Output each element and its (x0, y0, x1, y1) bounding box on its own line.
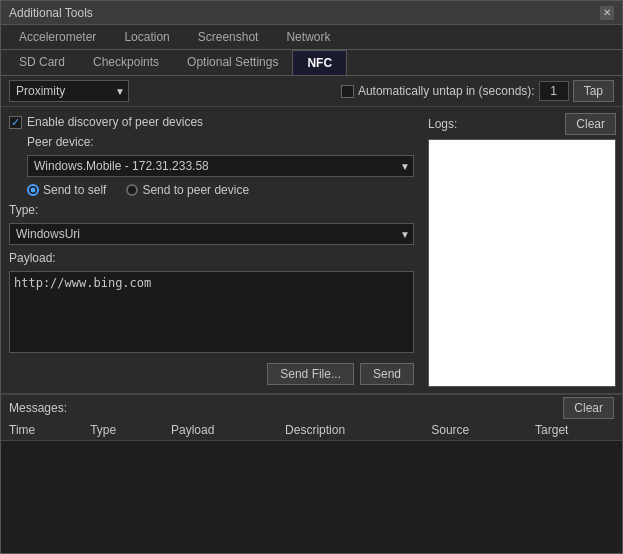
peer-device-select[interactable]: Windows.Mobile - 172.31.233.58 (27, 155, 414, 177)
window-title: Additional Tools (9, 6, 93, 20)
send-buttons: Send File... Send (9, 363, 414, 385)
enable-discovery-row: ✓ Enable discovery of peer devices (9, 115, 414, 129)
bottom-section: Messages: Clear Time Type Payload Descri… (1, 393, 622, 553)
auto-untap-checkbox[interactable] (341, 85, 354, 98)
send-to-self-radio-icon (27, 184, 39, 196)
title-bar: Additional Tools ✕ (1, 1, 622, 25)
type-select-wrapper: WindowsUri ▼ (9, 223, 414, 245)
enable-discovery-label: Enable discovery of peer devices (27, 115, 203, 129)
table-header-row: Time Type Payload Description Source Tar… (1, 420, 622, 441)
main-split: ✓ Enable discovery of peer devices Peer … (1, 107, 622, 393)
right-panel: Logs: Clear (422, 107, 622, 393)
logs-label: Logs: (428, 117, 457, 131)
payload-label: Payload: (9, 251, 414, 265)
send-file-button[interactable]: Send File... (267, 363, 354, 385)
left-panel: ✓ Enable discovery of peer devices Peer … (1, 107, 422, 393)
tab-location[interactable]: Location (110, 25, 183, 49)
col-type: Type (82, 420, 163, 441)
peer-device-label: Peer device: (27, 135, 414, 149)
messages-table-area: Time Type Payload Description Source Tar… (1, 420, 622, 553)
messages-clear-button[interactable]: Clear (563, 397, 614, 419)
proximity-select[interactable]: Proximity (9, 80, 129, 102)
nfc-toolbar: Proximity ▼ Automatically untap in (seco… (1, 76, 622, 107)
col-source: Source (423, 420, 527, 441)
send-button[interactable]: Send (360, 363, 414, 385)
payload-textarea[interactable]: http://www.bing.com (9, 271, 414, 353)
logs-header: Logs: Clear (428, 113, 616, 135)
type-label: Type: (9, 203, 414, 217)
messages-table: Time Type Payload Description Source Tar… (1, 420, 622, 441)
tabs-row-1: Accelerometer Location Screenshot Networ… (1, 25, 622, 50)
col-payload: Payload (163, 420, 277, 441)
messages-bar: Messages: Clear (1, 394, 622, 420)
radio-group: Send to self Send to peer device (27, 183, 414, 197)
type-select[interactable]: WindowsUri (9, 223, 414, 245)
logs-box (428, 139, 616, 387)
tab-sdcard[interactable]: SD Card (5, 50, 79, 75)
proximity-select-wrapper: Proximity ▼ (9, 80, 129, 102)
auto-untap-group: Automatically untap in (seconds): Tap (341, 80, 614, 102)
col-description: Description (277, 420, 423, 441)
col-time: Time (1, 420, 82, 441)
send-to-self-radio[interactable]: Send to self (27, 183, 106, 197)
device-select-wrapper: Windows.Mobile - 172.31.233.58 ▼ (27, 155, 414, 177)
auto-untap-label: Automatically untap in (seconds): (358, 84, 535, 98)
close-button[interactable]: ✕ (600, 6, 614, 20)
tab-optional-settings[interactable]: Optional Settings (173, 50, 292, 75)
tab-nfc[interactable]: NFC (292, 50, 347, 75)
seconds-input[interactable] (539, 81, 569, 101)
main-window: Additional Tools ✕ Accelerometer Locatio… (0, 0, 623, 554)
tab-network[interactable]: Network (272, 25, 344, 49)
col-target: Target (527, 420, 622, 441)
tab-checkpoints[interactable]: Checkpoints (79, 50, 173, 75)
enable-discovery-checkbox[interactable]: ✓ (9, 116, 22, 129)
messages-label: Messages: (9, 401, 67, 415)
tab-accelerometer[interactable]: Accelerometer (5, 25, 110, 49)
tab-screenshot[interactable]: Screenshot (184, 25, 273, 49)
send-to-peer-radio-icon (126, 184, 138, 196)
send-to-peer-label: Send to peer device (142, 183, 249, 197)
send-to-self-label: Send to self (43, 183, 106, 197)
send-to-peer-radio[interactable]: Send to peer device (126, 183, 249, 197)
logs-clear-button[interactable]: Clear (565, 113, 616, 135)
tabs-row-2: SD Card Checkpoints Optional Settings NF… (1, 50, 622, 76)
tap-button[interactable]: Tap (573, 80, 614, 102)
